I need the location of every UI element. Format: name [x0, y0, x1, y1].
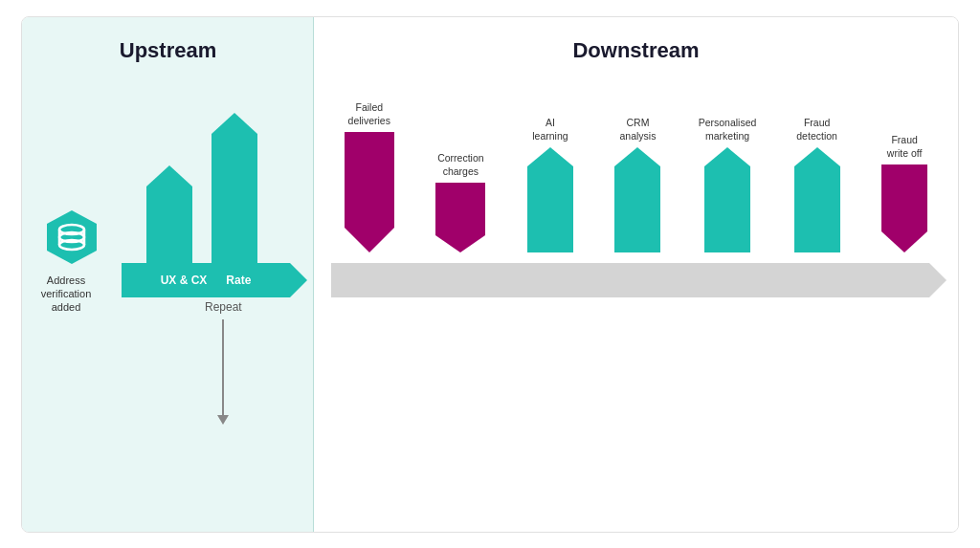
diagram-wrapper: Upstream Address verification added	[21, 16, 959, 533]
upstream-title: Upstream	[22, 38, 314, 63]
ai-learning-rect	[527, 166, 573, 252]
repeat-label: Repeat	[205, 300, 242, 314]
fraud-detection-rect	[794, 166, 840, 252]
bar-ux-cx	[146, 165, 192, 263]
bar1-body	[146, 186, 192, 263]
crm-analysis-tip	[614, 147, 660, 166]
item-crm-analysis: CRManalysis	[603, 109, 672, 252]
ai-learning-label: AIlearning	[532, 109, 568, 143]
upstream-arrow-band: UX & CX Rate	[122, 263, 290, 297]
bar1-tip	[146, 165, 192, 186]
repeat-arrow: Repeat	[205, 300, 242, 434]
personalised-marketing-rect	[704, 166, 750, 252]
upstream-panel: Upstream Address verification added	[22, 17, 314, 532]
failed-deliveries-tip	[345, 228, 394, 252]
address-verification-label: Address verification added	[32, 274, 100, 315]
personalised-marketing-tip	[704, 147, 750, 166]
arrow-band-body: UX & CX Rate	[122, 263, 290, 297]
correction-charges-label: Correctioncharges	[437, 144, 483, 179]
arrow-head	[290, 263, 307, 297]
item-personalised-marketing: Personalisedmarketing	[691, 109, 764, 252]
downstream-flow-bar	[331, 263, 929, 297]
ai-learning-tip	[527, 147, 573, 166]
correction-charges-rect	[435, 183, 485, 235]
downstream-title: Downstream	[314, 38, 958, 63]
flow-arrow-head	[929, 263, 947, 297]
hex-icon	[43, 208, 100, 266]
personalised-marketing-label: Personalisedmarketing	[699, 109, 757, 143]
bar-rate	[212, 113, 257, 263]
item-fraud-detection: Frauddetection	[783, 109, 852, 252]
fraud-writeoff-tip	[881, 231, 927, 252]
item-fraud-writeoff: Fraudwrite off	[870, 126, 939, 252]
ux-cx-label: UX & CX	[161, 274, 208, 287]
rate-label: Rate	[226, 274, 251, 287]
failed-deliveries-rect	[345, 132, 394, 228]
correction-charges-tip	[435, 235, 485, 252]
item-failed-deliveries: Faileddeliveries	[333, 94, 406, 252]
fraud-writeoff-rect	[881, 164, 927, 231]
downstream-items: Faileddeliveries Correctioncharges AIlea…	[323, 94, 948, 252]
fraud-detection-tip	[794, 147, 840, 166]
crm-analysis-label: CRManalysis	[620, 109, 657, 143]
item-ai-learning: AIlearning	[516, 109, 585, 252]
repeat-arrowhead	[217, 415, 229, 425]
bar2-body	[212, 134, 257, 263]
failed-deliveries-label: Faileddeliveries	[348, 94, 390, 128]
svg-marker-0	[47, 210, 97, 264]
fraud-writeoff-label: Fraudwrite off	[887, 126, 923, 161]
fraud-detection-label: Frauddetection	[796, 109, 837, 143]
downstream-panel: Downstream Faileddeliveries Correctionch…	[314, 17, 958, 532]
bar2-tip	[212, 113, 257, 134]
item-correction-charges: Correctioncharges	[424, 144, 497, 252]
crm-analysis-rect	[614, 166, 660, 252]
repeat-line	[222, 319, 224, 415]
